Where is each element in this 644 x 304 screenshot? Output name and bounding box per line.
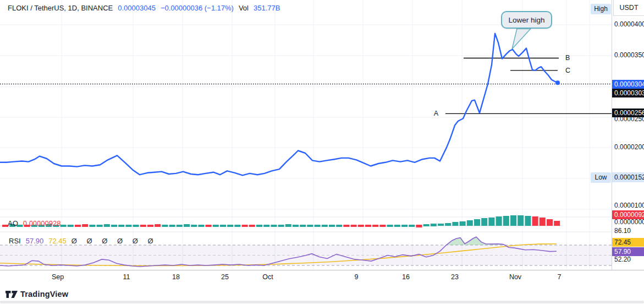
time-axis-label: 16 (402, 273, 410, 281)
scale-label: 0.0000092 (612, 210, 644, 219)
ao-indicator-legend: AO 0.00000928 (8, 219, 60, 227)
scale-label: 0.0000152 (612, 172, 644, 182)
scale-label: 0.0000000 (614, 218, 644, 226)
symbol-legend: FLOKI / TetherUS, 1D, BINANCE 0.00003045… (8, 3, 280, 13)
scale-label: 86.10 (614, 227, 631, 235)
rsi-indicator-legend: RSI 57.90 72.45 Ø Ø Ø Ø Ø Ø (9, 237, 157, 245)
scale-label: 57.90 (612, 247, 644, 256)
last-price: 0.00003045 (118, 4, 156, 12)
time-axis-label: Sep (52, 273, 64, 281)
time-axis-label: 7 (558, 273, 562, 281)
scale-label: 0.0000350 (614, 51, 644, 59)
rsi-value: 57.90 (26, 237, 44, 245)
callout-pointer (512, 29, 531, 49)
ao-value: 0.00000928 (23, 219, 61, 227)
time-axis-label: 25 (221, 273, 229, 281)
rsi-ma-value: 72.45 (48, 237, 67, 245)
tradingview-brand-text: TradingView (20, 290, 68, 298)
line-label-a: A (434, 110, 439, 117)
scale-label: 0.0000100 (614, 202, 644, 210)
time-axis-label: 23 (451, 273, 459, 281)
scale-label: 52.20 (614, 256, 631, 264)
time-axis-label: 18 (172, 273, 180, 281)
scale-label: 0.0000200 (614, 143, 644, 151)
scale-label: 0.0000256 (612, 108, 644, 117)
scale-label: 0.0000303 (612, 89, 644, 97)
tradingview-branding[interactable]: TradingView (5, 290, 68, 298)
scale-label: 0.0000304 (612, 80, 644, 89)
ao-label[interactable]: AO (8, 219, 18, 227)
time-axis-label: Nov (509, 273, 521, 281)
rsi-placeholder-icons: Ø Ø Ø Ø Ø Ø (71, 237, 157, 245)
time-axis-label: 11 (123, 273, 130, 281)
currency-toggle-button[interactable]: USDT (613, 0, 644, 16)
symbol-title[interactable]: FLOKI / TetherUS, 1D, BINANCE (8, 4, 113, 12)
volume-label: Vol (239, 4, 249, 12)
horizontal-scrollbar[interactable] (0, 301, 644, 303)
price-line-end-dot (555, 80, 560, 85)
time-axis-label: 9 (355, 273, 359, 281)
scale-label: 0.0000400 (614, 20, 644, 29)
price-change: −0.00000036 (−1.17%) (161, 4, 234, 12)
line-label-b: B (565, 54, 570, 62)
time-axis-label: Oct (262, 273, 273, 281)
tradingview-chart-window: ABC FLOKI / TetherUS, 1D, BINANCE 0.0000… (0, 0, 644, 304)
time-axis[interactable]: Sep111825Oct91623Nov7 (0, 270, 644, 285)
price-line (0, 34, 558, 176)
scale-label: 72.45 (612, 238, 644, 247)
tradingview-logo-icon (5, 290, 18, 298)
low-badge: Low (591, 172, 611, 183)
rsi-label[interactable]: RSI (9, 237, 21, 245)
high-badge: High (591, 4, 611, 14)
volume-value: 351.77B (254, 4, 280, 12)
price-scale[interactable]: 0.00004000.00003500.00003040.00003030.00… (612, 0, 644, 285)
line-label-c: C (565, 67, 570, 74)
lower-high-callout[interactable]: Lower high (501, 11, 552, 29)
